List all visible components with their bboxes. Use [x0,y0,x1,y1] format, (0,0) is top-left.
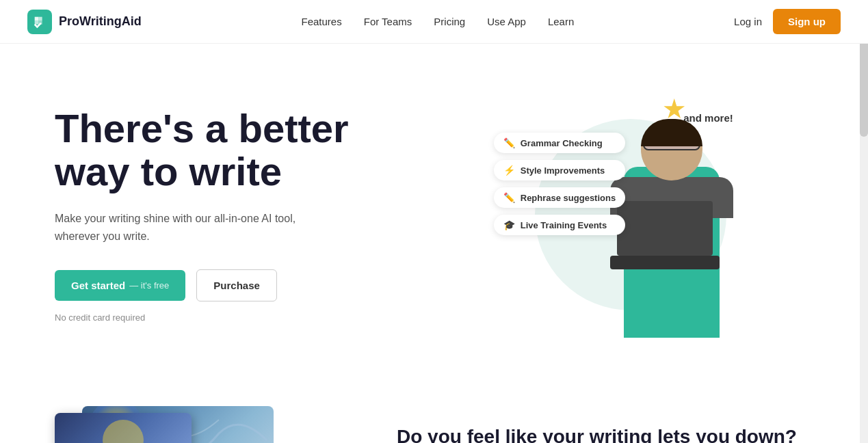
nav-links: Features For Teams Pricing Use App Learn [302,16,575,28]
nav-actions: Log in Sign up [734,9,841,34]
feature-pills: ✏️ Grammar Checking ⚡ Style Improvements… [494,133,625,235]
hero-title: There's a better way to write [55,107,434,194]
nav-use-app[interactable]: Use App [487,16,526,27]
nav-features[interactable]: Features [302,16,342,27]
nav-pricing[interactable]: Pricing [434,16,465,27]
hero-buttons: Get started — it's free Purchase [55,269,434,301]
nav-learn[interactable]: Learn [548,16,574,27]
pill-style: ⚡ Style Improvements [494,160,625,180]
training-icon: 🎓 [503,219,515,230]
section2-title: Do you feel like your writing lets you d… [397,425,813,443]
navbar: ProWritingAid Features For Teams Pricing… [0,0,868,44]
painting-stack: My idea in my head [55,399,301,443]
login-button[interactable]: Log in [734,16,762,27]
brand-name: ProWritingAid [59,14,142,29]
signup-button[interactable]: Sign up [773,9,841,34]
scrollbar-track[interactable] [860,0,868,443]
grammar-icon: ✏️ [503,137,515,148]
logo-icon [27,10,52,34]
purchase-button[interactable]: Purchase [196,269,277,301]
rephrase-icon: ✏️ [503,192,515,203]
pill-training: 🎓 Live Training Events [494,215,625,235]
hero-left: There's a better way to write Make your … [55,107,434,323]
section2-left: My idea in my head [55,399,342,443]
hero-right: ✏️ Grammar Checking ⚡ Style Improvements… [434,85,814,345]
hero-subtitle: Make your writing shine with our all-in-… [55,210,328,245]
pill-rephrase: ✏️ Rephrase suggestions [494,187,625,208]
section2: My idea in my head Do you feel like your… [0,372,868,443]
painting-front: My idea in my head [55,413,192,443]
no-credit-text: No credit card required [55,312,434,323]
pill-grammar: ✏️ Grammar Checking [494,133,625,153]
section2-right: Do you feel like your writing lets you d… [397,425,813,443]
hero-section: There's a better way to write Make your … [0,44,868,372]
svg-point-0 [103,420,144,443]
nav-for-teams[interactable]: For Teams [364,16,412,27]
style-icon: ⚡ [503,165,515,176]
get-started-button[interactable]: Get started — it's free [55,270,185,301]
hero-illustration: ✏️ Grammar Checking ⚡ Style Improvements… [494,92,754,338]
logo[interactable]: ProWritingAid [27,10,142,34]
